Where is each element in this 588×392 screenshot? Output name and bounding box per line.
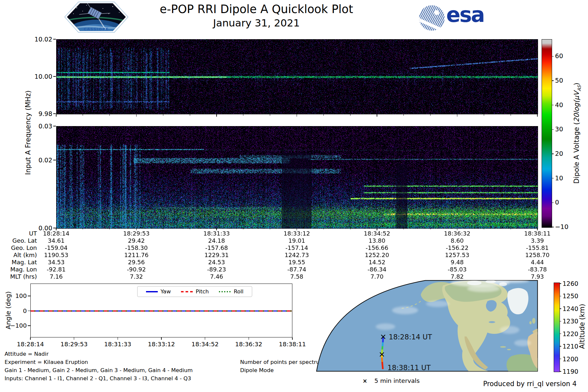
altitude-cbar-tick-label: 1190 xyxy=(563,368,580,375)
voltage-cbar-tick xyxy=(552,178,554,178)
time-xtick-minor xyxy=(243,114,243,116)
time-xtick xyxy=(216,114,217,117)
voltage-cbar-tick-label: 20 xyxy=(555,150,575,157)
time-xtick-minor xyxy=(350,114,351,116)
roll-line-sample-icon xyxy=(219,291,231,292)
angle-xtick xyxy=(249,337,249,340)
ephemeris-cell: -156.66 xyxy=(352,244,401,252)
attitude-legend: Yaw Pitch Roll xyxy=(137,286,252,297)
footnote-mode: Dipole Mode xyxy=(240,367,274,373)
ephemeris-cell: 29.42 xyxy=(112,237,161,244)
ephemeris-cell: 7.58 xyxy=(272,273,321,280)
legend-label-pitch: Pitch xyxy=(196,288,209,295)
ephemeris-cell: -159.04 xyxy=(32,244,81,252)
time-xtick-minor xyxy=(484,114,484,116)
time-xtick-minor xyxy=(270,114,270,116)
ephemeris-cell: -92.81 xyxy=(32,266,81,273)
voltage-cbar-tick-label: −10 xyxy=(555,223,575,231)
ephemeris-cell: 18:38:11 xyxy=(513,230,562,237)
time-xtick-minor xyxy=(109,228,110,229)
ephemeris-cell: 14.52 xyxy=(352,259,401,266)
time-xtick-minor xyxy=(190,114,190,116)
esa-globe-dot xyxy=(434,10,439,15)
ephemeris-cell: -156.22 xyxy=(433,244,482,252)
angle-xtick-label: 18:29:53 xyxy=(53,341,95,348)
ephemeris-cell: 1242.73 xyxy=(272,252,321,259)
ephemeris-cell: 19.01 xyxy=(272,237,321,244)
altitude-cbar-tick xyxy=(560,308,561,309)
voltage-cbar-tick xyxy=(552,129,554,130)
legend-item-yaw: Yaw xyxy=(146,288,171,295)
yaw-line-sample-icon xyxy=(146,291,158,292)
altitude-cbar-tick xyxy=(560,359,561,359)
time-xtick xyxy=(297,114,297,117)
spectrogram-high-band xyxy=(56,39,538,114)
angle-ytick xyxy=(28,311,30,311)
legend-label-roll: Roll xyxy=(234,288,243,295)
ephemeris-cell: 9.48 xyxy=(433,259,482,266)
freq-ytick xyxy=(53,228,56,228)
frequency-axis-label: Input A Frequency (MHz) xyxy=(24,31,32,234)
ephemeris-cell: 18:29:53 xyxy=(112,230,161,237)
ephemeris-cell: 18:34:52 xyxy=(352,230,401,237)
angle-xtick-label: 18:38:11 xyxy=(271,341,314,348)
altitude-cbar-tick-label: 1260 xyxy=(563,280,580,287)
voltage-cbar-tick-label: 40 xyxy=(555,102,575,109)
angle-xtick-label: 18:36:32 xyxy=(227,341,270,348)
freq-ytick-label: 9.98 xyxy=(18,110,52,117)
cassiope-mission-patch-logo: CASSIOPE xyxy=(64,1,129,33)
esa-globe-icon xyxy=(419,5,445,31)
voltage-cbar-tick-label: 50 xyxy=(555,77,575,84)
ephemeris-cell: -90.92 xyxy=(112,266,161,273)
track-start-label: 18:28:14 UT xyxy=(389,333,432,341)
time-xtick-minor xyxy=(430,228,431,229)
altitude-cbar-tick xyxy=(560,371,561,371)
ephemeris-cell: -157.14 xyxy=(272,244,321,252)
altitude-cbar-tick-label: 1250 xyxy=(563,292,580,300)
angle-xtick-label: 18:31:33 xyxy=(96,341,139,348)
ephemeris-cell: 13.80 xyxy=(352,237,401,244)
ephemeris-cell: 1211.76 xyxy=(112,252,161,259)
angle-xtick-label: 18:28:14 xyxy=(9,341,52,348)
voltage-cbar-tick-label: 30 xyxy=(555,126,575,133)
voltage-cbar-tick xyxy=(552,203,554,203)
altitude-cbar-tick xyxy=(560,334,561,334)
angle-xtick xyxy=(118,337,118,340)
voltage-cbar-tick-label: 0 xyxy=(555,199,575,206)
ephemeris-cell: 18:36:32 xyxy=(433,230,482,237)
time-xtick xyxy=(56,114,57,117)
time-xtick xyxy=(537,114,538,117)
time-xtick xyxy=(377,114,377,117)
voltage-cbar-tick-label: 10 xyxy=(555,175,575,182)
time-xtick-minor xyxy=(511,114,511,116)
ephemeris-cell: 1257.53 xyxy=(433,252,482,259)
ephemeris-cell: -89.23 xyxy=(192,266,241,273)
ephemeris-cell: -158.30 xyxy=(112,244,161,252)
time-xtick-minor xyxy=(163,228,163,229)
freq-ytick xyxy=(53,39,56,40)
angle-ytick-label: 100 xyxy=(1,292,27,300)
ephemeris-cell: 7.82 xyxy=(433,273,482,280)
legend-label-yaw: Yaw xyxy=(161,288,171,295)
time-xtick-minor xyxy=(83,114,83,116)
angle-ytick-label: −100 xyxy=(1,322,27,329)
ephemeris-cell: 18:28:14 xyxy=(32,230,81,237)
voltage-cbar-tick xyxy=(552,56,554,57)
ephemeris-cell: 24.18 xyxy=(192,237,241,244)
time-xtick-minor xyxy=(484,228,484,229)
ephemeris-cell: -85.03 xyxy=(433,266,482,273)
freq-ytick-label: 10.02 xyxy=(18,36,52,43)
ephemeris-cell: 3.39 xyxy=(513,237,562,244)
altitude-cbar-tick-label: 1210 xyxy=(563,343,580,350)
freq-ytick xyxy=(53,113,56,114)
time-xtick xyxy=(457,114,458,117)
angle-xtick xyxy=(205,337,205,340)
altitude-cbar-tick xyxy=(560,321,561,321)
ephemeris-cell: 34.61 xyxy=(32,237,81,244)
voltage-cbar-tick xyxy=(552,105,554,105)
esa-globe-swoosh xyxy=(419,17,441,31)
time-xtick-minor xyxy=(83,228,83,229)
ephemeris-cell: 7.46 xyxy=(192,273,241,280)
freq-ytick-label: 10.00 xyxy=(18,73,52,80)
legend-item-roll: Roll xyxy=(219,288,243,295)
